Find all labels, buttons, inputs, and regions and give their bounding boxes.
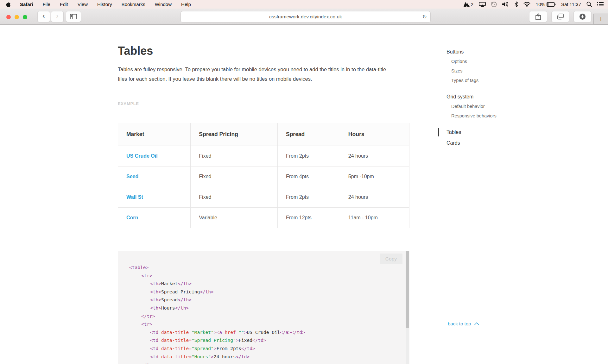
- time-machine-icon[interactable]: [491, 2, 497, 7]
- code-line: <th>Market</th>: [118, 280, 403, 288]
- battery-percent-label: 10%: [536, 2, 545, 7]
- table-cell: 24 hours: [340, 187, 409, 208]
- menu-bookmarks[interactable]: Bookmarks: [122, 2, 145, 7]
- close-window-button[interactable]: [6, 15, 11, 19]
- app-status-icon[interactable]: 2: [464, 2, 473, 7]
- sidenav-item-responsive-behaviors[interactable]: Responsive behaviors: [438, 113, 523, 119]
- minimize-window-button[interactable]: [15, 15, 19, 19]
- spotlight-search-icon[interactable]: [586, 2, 592, 7]
- code-line: <table>: [118, 264, 403, 272]
- table-cell: 24 hours: [340, 146, 409, 166]
- menubar-clock[interactable]: Sat 11:37: [561, 2, 581, 7]
- sidenav-section-cards[interactable]: Cards: [438, 140, 523, 146]
- table-header-row: MarketSpread PricingSpreadHours: [118, 123, 409, 146]
- share-button[interactable]: [529, 11, 547, 22]
- copy-button[interactable]: Copy: [380, 254, 402, 264]
- code-line: <th>Spread</th>: [118, 296, 403, 304]
- forward-icon: ›: [56, 12, 58, 20]
- sidenav-section-grid-system[interactable]: Grid system: [438, 94, 523, 100]
- table-row: US Crude OilFixedFrom 2pts24 hours: [118, 146, 409, 166]
- code-line: <th>Hours</th>: [118, 304, 403, 312]
- sidenav-item-options[interactable]: Options: [438, 59, 523, 64]
- table-cell: From 12pts: [277, 208, 340, 228]
- volume-icon[interactable]: [502, 2, 509, 7]
- menu-file[interactable]: File: [43, 2, 50, 7]
- page-title: Tables: [118, 44, 153, 58]
- code-scrollbar-thumb[interactable]: [406, 251, 409, 328]
- back-button[interactable]: ‹: [37, 11, 50, 22]
- menu-view[interactable]: View: [78, 2, 88, 7]
- bluetooth-icon[interactable]: [515, 2, 518, 7]
- menu-history[interactable]: History: [97, 2, 112, 7]
- address-bar-url: cssframework.dev.cityindex.co.uk: [269, 14, 342, 20]
- code-line: <td data-title="Spread Pricing">Fixed</t…: [118, 336, 403, 345]
- code-line: <td data-title="Market"><a href="">US Cr…: [118, 329, 403, 337]
- column-header-spread-pricing: Spread Pricing: [191, 123, 278, 146]
- code-line: <td data-title="Spread">From 2pts</td>: [118, 345, 403, 353]
- column-header-market: Market: [118, 123, 191, 146]
- back-icon: ‹: [42, 12, 45, 20]
- table-cell: From 2pts: [277, 146, 340, 166]
- side-nav: ButtonsOptionsSizesTypes of tagsGrid sys…: [438, 49, 523, 146]
- forward-button[interactable]: ›: [51, 11, 64, 22]
- new-tab-button[interactable]: +: [593, 14, 608, 24]
- battery-status[interactable]: 10%: [536, 2, 556, 7]
- back-to-top-link[interactable]: back to top: [448, 321, 479, 326]
- zoom-window-button[interactable]: [23, 15, 27, 19]
- sidenav-item-sizes[interactable]: Sizes: [438, 68, 523, 74]
- sidenav-section-buttons[interactable]: Buttons: [438, 49, 523, 55]
- menu-edit[interactable]: Edit: [60, 2, 68, 7]
- apple-menu-icon[interactable]: [6, 2, 10, 7]
- code-line: </tr>: [118, 361, 403, 364]
- column-header-spread: Spread: [277, 123, 340, 146]
- share-icon: [535, 13, 541, 20]
- table-cell: From 4pts: [277, 166, 340, 187]
- table-row: CornVariableFrom 12pts11am - 10pm: [118, 208, 409, 228]
- airplay-icon[interactable]: [479, 2, 486, 7]
- code-line: <th>Spread Pricing</th>: [118, 288, 403, 296]
- menu-window[interactable]: Window: [155, 2, 172, 7]
- intro-paragraph: Tables are fulley responsive. To prepare…: [118, 65, 388, 84]
- market-link-seed[interactable]: Seed: [126, 174, 138, 179]
- sidenav-item-types-of-tags[interactable]: Types of tags: [438, 78, 523, 83]
- menu-help[interactable]: Help: [181, 2, 191, 7]
- code-scrollbar-track[interactable]: [406, 251, 409, 364]
- reload-icon[interactable]: ↻: [422, 14, 427, 20]
- address-bar[interactable]: cssframework.dev.cityindex.co.uk ↻: [180, 11, 431, 22]
- sidenav-section-tables[interactable]: Tables: [438, 129, 523, 135]
- download-icon: [579, 13, 586, 20]
- tabs-icon: [557, 14, 564, 20]
- table-cell: Fixed: [191, 166, 278, 187]
- market-link-corn[interactable]: Corn: [126, 215, 138, 220]
- code-line: <tr>: [118, 320, 403, 329]
- downloads-button[interactable]: [573, 11, 592, 22]
- wifi-icon[interactable]: [523, 2, 530, 7]
- tab-overview-button[interactable]: [551, 11, 569, 22]
- sidebar-toggle-button[interactable]: [66, 11, 81, 22]
- table-cell: 11am - 10pm: [340, 208, 409, 228]
- column-header-hours: Hours: [340, 123, 409, 146]
- code-line: <tr>: [118, 272, 403, 280]
- code-line: <td data-title="Hours">24 hours</td>: [118, 353, 403, 361]
- code-line: </tr>: [118, 312, 403, 321]
- markets-table: MarketSpread PricingSpreadHours US Crude…: [118, 123, 409, 228]
- market-link-wall-st[interactable]: Wall St: [126, 194, 143, 200]
- market-link-us-crude-oil[interactable]: US Crude Oil: [126, 153, 158, 159]
- plus-icon: +: [598, 15, 603, 23]
- table-row: Wall StFixedFrom 2pts24 hours: [118, 187, 409, 208]
- chevron-up-icon: [474, 322, 479, 325]
- code-block: <table><tr><th>Market</th><th>Spread Pri…: [118, 251, 409, 364]
- menu-bar: Safari File Edit View History Bookmarks …: [0, 0, 608, 9]
- table-row: SeedFixedFrom 4pts5pm -10pm: [118, 166, 409, 187]
- notification-center-icon[interactable]: [597, 2, 604, 7]
- table-cell: 5pm -10pm: [340, 166, 409, 187]
- table-cell: From 2pts: [277, 187, 340, 208]
- page-content: Tables Tables are fulley responsive. To …: [0, 25, 608, 364]
- table-cell: Fixed: [191, 187, 278, 208]
- table-body: US Crude OilFixedFrom 2pts24 hoursSeedFi…: [118, 146, 409, 228]
- menu-safari[interactable]: Safari: [20, 2, 33, 7]
- sidenav-item-default-behavior[interactable]: Default behavior: [438, 104, 523, 109]
- table-cell: Variable: [191, 208, 278, 228]
- example-label: EXAMPLE: [118, 101, 139, 106]
- sidebar-icon: [70, 14, 77, 19]
